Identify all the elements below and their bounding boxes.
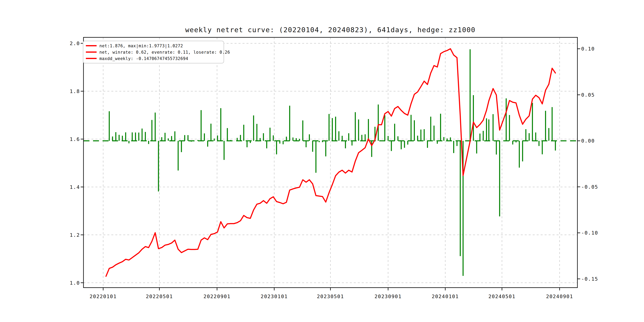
weekly-return-bar: [200, 110, 202, 141]
weekly-return-bar: [246, 141, 248, 147]
x-tick-label: 20230901: [374, 294, 402, 299]
weekly-return-bar: [352, 141, 352, 146]
left-tick-label: 1.4: [70, 184, 80, 190]
weekly-return-bar: [220, 108, 221, 141]
weekly-netret-figure: 2022010120220501202209012023010120230501…: [0, 0, 644, 322]
weekly-return-bar: [338, 131, 339, 141]
weekly-return-bar: [273, 135, 274, 141]
weekly-return-bar: [345, 141, 346, 148]
weekly-return-bar: [332, 118, 333, 141]
weekly-return-bar: [233, 141, 234, 141]
weekly-return-bar: [430, 117, 431, 141]
weekly-return-bar: [164, 133, 166, 141]
right-tick-label: -0.15: [581, 276, 598, 282]
weekly-return-bar: [135, 132, 136, 141]
weekly-return-bar: [506, 98, 507, 141]
weekly-return-bar: [263, 133, 264, 141]
weekly-return-bar: [368, 119, 369, 141]
weekly-return-bar: [388, 136, 388, 141]
left-axis-tick-labels: 2.01.81.61.41.21.0: [70, 40, 80, 286]
weekly-return-bar: [427, 141, 428, 148]
weekly-return-bar: [394, 124, 395, 141]
weekly-return-bar: [168, 138, 169, 141]
weekly-return-bar: [335, 117, 336, 141]
weekly-return-bar: [132, 132, 133, 141]
weekly-return-bar: [499, 141, 500, 216]
x-tick-label: 20220901: [204, 294, 230, 299]
x-tick-label: 20230501: [317, 294, 344, 299]
weekly-return-bar: [204, 133, 205, 141]
weekly-return-bar: [152, 120, 152, 141]
x-tick-label: 20240901: [546, 294, 573, 299]
weekly-return-bar: [125, 132, 126, 141]
x-tick-label: 20240101: [432, 294, 459, 299]
right-tick-label: 0.05: [581, 92, 595, 98]
weekly-return-bar: [214, 138, 215, 141]
weekly-return-bar: [460, 141, 461, 256]
weekly-return-bar: [266, 141, 267, 148]
chart-title: weekly netret curve: (20220104, 20240823…: [185, 26, 476, 34]
weekly-return-bar: [112, 136, 113, 141]
weekly-return-bar: [174, 132, 175, 141]
x-tick-label: 20230101: [260, 294, 288, 299]
weekly-return-bar: [555, 141, 556, 150]
weekly-return-bar: [488, 120, 489, 141]
weekly-return-bar: [492, 114, 494, 141]
weekly-return-bar: [188, 135, 188, 141]
weekly-return-bar: [529, 133, 530, 141]
weekly-return-bar: [283, 141, 284, 144]
weekly-return-bar: [519, 141, 520, 168]
weekly-return-bar: [276, 141, 277, 154]
weekly-netret-chart: 2022010120220501202209012023010120230501…: [0, 0, 644, 322]
weekly-return-bar: [318, 141, 320, 142]
left-tick-label: 1.8: [70, 88, 80, 94]
right-axis-tick-labels: 0.100.050.00-0.05-0.10-0.15: [581, 46, 598, 282]
weekly-return-bar: [535, 132, 536, 141]
weekly-return-bar: [210, 124, 212, 141]
weekly-return-bar: [240, 135, 241, 141]
weekly-return-bar: [532, 103, 533, 141]
x-tick-label: 20240501: [488, 294, 516, 299]
weekly-return-bar: [378, 104, 379, 141]
weekly-return-bar: [453, 141, 454, 153]
weekly-return-bar: [302, 120, 303, 141]
weekly-return-bar: [181, 141, 182, 152]
weekly-return-bar: [401, 141, 402, 149]
left-tick-label: 1.0: [70, 280, 80, 286]
weekly-return-bar: [552, 107, 552, 141]
left-tick-label: 1.6: [70, 136, 80, 142]
weekly-return-bar: [525, 129, 526, 141]
weekly-return-bar: [292, 138, 294, 141]
weekly-return-bar: [473, 95, 474, 141]
weekly-return-bar: [456, 141, 458, 146]
weekly-return-bar: [424, 129, 425, 141]
weekly-return-bar: [243, 125, 244, 141]
weekly-return-bar: [470, 49, 471, 141]
weekly-return-bar: [122, 136, 123, 141]
weekly-return-bar: [224, 141, 224, 160]
weekly-return-bar: [355, 112, 356, 141]
legend-label-winrate: net, winrate: 0.62, evenrate: 0.11, lose…: [100, 50, 230, 55]
right-tick-label: 0.00: [581, 138, 595, 144]
weekly-return-bar: [348, 133, 349, 141]
weekly-return-bar: [384, 115, 385, 141]
weekly-return-bar: [420, 130, 422, 141]
legend-label-net: net:1.876, max|min:1.9773|1.0272: [100, 44, 183, 48]
weekly-return-bar: [364, 134, 366, 141]
x-tick-label: 20220501: [146, 294, 173, 299]
weekly-return-bar: [509, 115, 510, 141]
weekly-return-bar: [227, 128, 228, 141]
weekly-return-bar: [440, 114, 441, 141]
left-tick-label: 1.2: [70, 232, 80, 238]
weekly-return-bar: [161, 137, 162, 141]
weekly-return-bar: [496, 141, 497, 154]
weekly-return-bar: [184, 135, 185, 141]
weekly-return-bar: [480, 134, 480, 141]
weekly-return-bar: [306, 141, 306, 147]
weekly-return-bar: [155, 112, 156, 141]
weekly-return-bar: [325, 141, 326, 156]
weekly-return-bar: [316, 141, 316, 173]
weekly-return-bar: [450, 137, 451, 141]
weekly-return-bar: [434, 126, 434, 141]
weekly-return-bar: [207, 141, 208, 146]
